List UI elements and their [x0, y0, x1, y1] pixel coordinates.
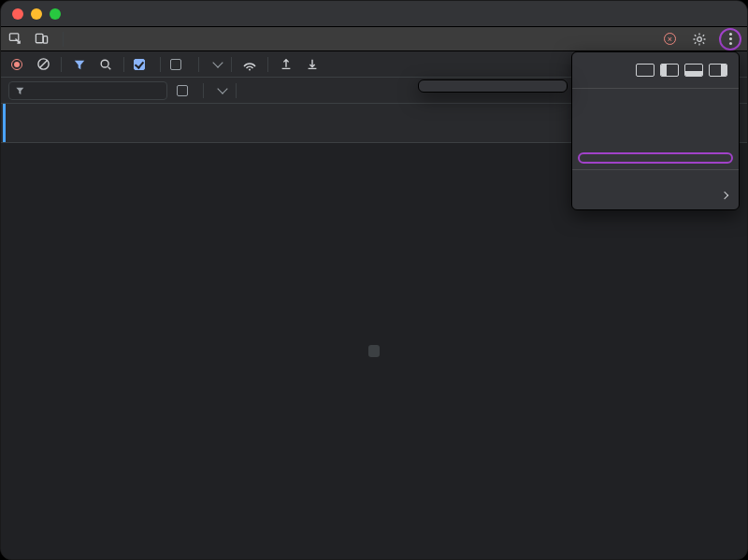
- more-options-highlight: [719, 28, 741, 50]
- svg-point-5: [101, 60, 108, 67]
- dock-left-icon[interactable]: [660, 64, 679, 77]
- svg-point-3: [698, 36, 702, 41]
- export-har-icon[interactable]: [278, 56, 295, 73]
- recording-hint: [368, 339, 380, 363]
- filter-input-wrap[interactable]: [8, 81, 167, 100]
- timeline-start-marker: [1, 104, 376, 142]
- more-filters-dropdown[interactable]: [213, 88, 226, 93]
- dock-bottom-icon[interactable]: [684, 64, 703, 77]
- titlebar: [1, 1, 747, 27]
- reload-shortcut: [368, 345, 380, 357]
- clear-button[interactable]: [35, 56, 51, 73]
- devtools-window: ×: [0, 0, 748, 560]
- tabs-overflow-icon[interactable]: [82, 31, 99, 48]
- dock-right-icon[interactable]: [709, 64, 727, 77]
- inspect-element-icon[interactable]: [7, 31, 23, 48]
- menu-show-console[interactable]: [572, 106, 739, 117]
- throttling-select[interactable]: [209, 62, 222, 66]
- checkbox-unchecked-icon: [170, 59, 181, 70]
- main-menu: [571, 51, 740, 210]
- menu-more-tools[interactable]: [578, 152, 733, 164]
- network-conditions-icon[interactable]: [241, 56, 258, 73]
- devtools-tab-bar: ×: [1, 27, 747, 51]
- menu-shortcuts[interactable]: [572, 176, 739, 187]
- funnel-icon: [15, 85, 25, 96]
- settings-icon[interactable]: [691, 31, 708, 48]
- dock-side-options: [636, 64, 727, 77]
- svg-rect-2: [43, 36, 47, 44]
- import-har-icon[interactable]: [304, 56, 321, 73]
- error-count[interactable]: ×: [664, 33, 680, 45]
- menu-help[interactable]: [572, 187, 739, 204]
- error-icon: ×: [664, 33, 676, 45]
- chevron-down-icon: [217, 83, 227, 93]
- chevron-right-icon: [721, 192, 728, 199]
- disable-cache-checkbox[interactable]: [170, 59, 187, 70]
- svg-rect-0: [9, 34, 18, 41]
- menu-dock-side: [572, 58, 739, 82]
- svg-rect-1: [36, 34, 43, 42]
- filter-toggle-icon[interactable]: [71, 56, 88, 73]
- checkbox-unchecked-icon: [177, 85, 188, 96]
- dock-undock-icon[interactable]: [636, 64, 654, 77]
- zoom-window-button[interactable]: [50, 8, 61, 20]
- menu-search[interactable]: [572, 117, 739, 128]
- more-options-icon[interactable]: [729, 33, 732, 45]
- filter-input[interactable]: [31, 83, 161, 98]
- close-window-button[interactable]: [12, 8, 23, 20]
- more-tools-submenu: [418, 79, 568, 93]
- chevron-down-icon: [212, 57, 223, 67]
- minimize-window-button[interactable]: [31, 8, 42, 20]
- window-controls: [1, 8, 61, 20]
- svg-point-6: [249, 68, 251, 70]
- preserve-log-checkbox[interactable]: [134, 59, 151, 70]
- checkbox-checked-icon: [134, 59, 145, 70]
- search-icon[interactable]: [97, 56, 114, 73]
- menu-run-command[interactable]: [572, 128, 739, 139]
- device-toolbar-icon[interactable]: [33, 31, 50, 48]
- record-button[interactable]: [8, 56, 25, 73]
- menu-focus-page[interactable]: [572, 94, 739, 106]
- invert-checkbox[interactable]: [177, 85, 194, 96]
- menu-open-file[interactable]: [572, 139, 739, 151]
